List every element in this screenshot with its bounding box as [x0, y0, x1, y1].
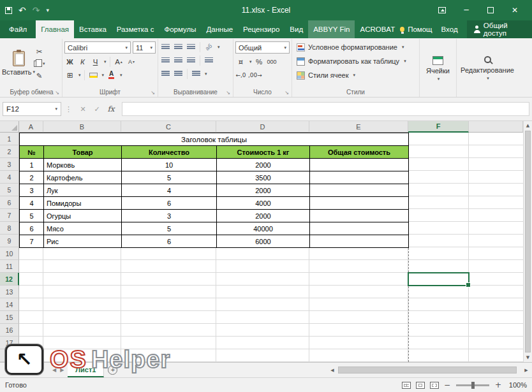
tab-Формулы[interactable]: Формулы	[159, 20, 201, 38]
dialog-launcher-icon[interactable]: ↘	[284, 90, 289, 96]
tab-Данные[interactable]: Данные	[202, 20, 239, 38]
paste-button[interactable]: Вставить▾	[3, 40, 34, 87]
save-icon[interactable]	[5, 7, 12, 14]
undo-icon[interactable]: ↶	[18, 5, 26, 15]
row-header-12[interactable]: 12	[0, 273, 19, 286]
table-cell[interactable]: 3500	[216, 171, 310, 184]
tab-Вид[interactable]: Вид	[284, 20, 308, 38]
maximize-button[interactable]	[478, 0, 503, 20]
formula-bar-handle[interactable]: ⋮	[65, 105, 72, 113]
font-name-select[interactable]: Calibri▾	[64, 41, 131, 54]
table-cell[interactable]: Лук	[43, 184, 122, 197]
merge-center-button[interactable]	[191, 68, 202, 79]
table-cell[interactable]	[309, 171, 409, 184]
table-cell[interactable]	[309, 222, 409, 235]
conditional-formatting-button[interactable]: Условное форматирование ▾	[294, 40, 417, 54]
selected-cell-outline[interactable]	[408, 272, 469, 286]
tab-Вставка[interactable]: Вставка	[74, 20, 112, 38]
font-color-button[interactable]: А	[106, 69, 117, 80]
table-cell[interactable]	[309, 196, 409, 210]
comma-format-button[interactable]: 000	[267, 56, 277, 67]
cells-button[interactable]: Ячейки ▾	[422, 40, 454, 97]
merged-title-cell[interactable]: Заголовок таблицы	[19, 133, 409, 146]
table-cell[interactable]: 1	[19, 158, 44, 171]
ribbon-display-options-button[interactable]	[430, 0, 454, 20]
enter-icon[interactable]: ✓	[90, 102, 104, 116]
column-header-F[interactable]: F	[408, 121, 469, 133]
shrink-font-button[interactable]: А▾	[126, 56, 137, 67]
percent-format-button[interactable]: %	[254, 56, 265, 67]
table-cell[interactable]: 4	[19, 196, 44, 210]
share-button[interactable]: Общий доступ	[467, 20, 532, 38]
horizontal-scrollbar[interactable]: ◀ ▶	[328, 365, 531, 375]
tab-ACROBAT[interactable]: ACROBAT	[355, 20, 400, 38]
close-button[interactable]: ✕	[503, 0, 527, 20]
customize-qat-icon[interactable]: ▾	[46, 7, 49, 13]
row-header-5[interactable]: 5	[0, 184, 19, 196]
scroll-down-icon[interactable]: ▼	[524, 353, 532, 362]
cut-icon[interactable]: ✂	[34, 46, 45, 57]
table-cell[interactable]: Картофель	[43, 171, 122, 184]
align-left-button[interactable]	[160, 55, 171, 66]
column-header-D[interactable]: D	[216, 121, 309, 133]
page-layout-view-icon[interactable]	[416, 382, 425, 389]
table-cell[interactable]: 40000	[216, 222, 310, 235]
table-cell[interactable]: 3	[19, 184, 44, 197]
row-header-4[interactable]: 4	[0, 171, 19, 184]
table-header-cell[interactable]: Количество	[121, 145, 217, 159]
zoom-level[interactable]: 100%	[505, 381, 527, 389]
page-break-view-icon[interactable]	[430, 382, 439, 389]
row-header-7[interactable]: 7	[0, 209, 19, 222]
table-cell[interactable]: 4	[121, 184, 217, 197]
underline-button[interactable]: Ч	[90, 56, 101, 67]
table-cell[interactable]: 2000	[216, 158, 310, 171]
row-header-10[interactable]: 10	[0, 247, 19, 260]
table-cell[interactable]: 6	[121, 235, 217, 248]
column-header-E[interactable]: E	[309, 121, 408, 133]
italic-button[interactable]: К	[77, 56, 88, 67]
table-cell[interactable]: 2000	[216, 184, 310, 197]
dialog-launcher-icon[interactable]: ↘	[226, 90, 230, 96]
vertical-scrollbar[interactable]: ▲ ▼	[523, 121, 532, 362]
format-as-table-button[interactable]: Форматировать как таблицу ▾	[294, 54, 417, 68]
row-header-2[interactable]: 2	[0, 145, 19, 158]
zoom-in-icon[interactable]: +	[494, 381, 503, 389]
table-cell[interactable]	[309, 235, 409, 248]
table-cell[interactable]: 10	[121, 158, 217, 171]
table-cell[interactable]: 3	[121, 209, 217, 222]
row-header-3[interactable]: 3	[0, 158, 19, 171]
table-cell[interactable]: 5	[121, 171, 217, 184]
table-cell[interactable]: Мясо	[43, 222, 122, 235]
table-cell[interactable]: 2000	[216, 209, 310, 222]
formula-input[interactable]	[122, 102, 529, 116]
align-right-button[interactable]	[186, 55, 196, 66]
number-format-select[interactable]: Общий▾	[235, 41, 290, 54]
increase-indent-button[interactable]	[173, 68, 184, 79]
scroll-left-icon[interactable]: ◀	[328, 368, 337, 373]
column-header-C[interactable]: C	[121, 121, 216, 133]
table-cell[interactable]: 4000	[216, 196, 310, 210]
table-header-cell[interactable]: Стоимость 1 кг	[216, 145, 310, 159]
zoom-slider-thumb[interactable]	[471, 382, 475, 389]
editing-button[interactable]: Редактирование ▾	[459, 40, 516, 97]
increase-decimal-button[interactable]: ←,0	[235, 69, 246, 80]
row-header-6[interactable]: 6	[0, 196, 19, 209]
align-top-button[interactable]	[160, 41, 171, 52]
table-header-cell[interactable]: Товар	[43, 145, 122, 159]
copy-button[interactable]: ▾	[34, 58, 45, 69]
row-header-13[interactable]: 13	[0, 286, 19, 298]
column-header-A[interactable]: A	[19, 121, 43, 133]
cell-styles-button[interactable]: Стили ячеек ▾	[294, 68, 417, 82]
tab-help[interactable]: Помощ	[408, 25, 432, 33]
select-all-corner[interactable]	[0, 121, 19, 133]
tab-Рецензиро[interactable]: Рецензиро	[238, 20, 284, 38]
table-cell[interactable]: 6	[19, 222, 44, 235]
fill-color-button[interactable]	[88, 69, 99, 80]
zoom-slider[interactable]	[456, 384, 489, 386]
tab-ABBYY Fin[interactable]: ABBYY Fin	[308, 20, 355, 38]
dialog-launcher-icon[interactable]: ↘	[151, 90, 155, 96]
table-cell[interactable]: Рис	[43, 235, 122, 248]
font-size-select[interactable]: 11▾	[133, 41, 156, 54]
decrease-indent-button[interactable]	[160, 68, 171, 79]
table-cell[interactable]	[309, 158, 409, 171]
